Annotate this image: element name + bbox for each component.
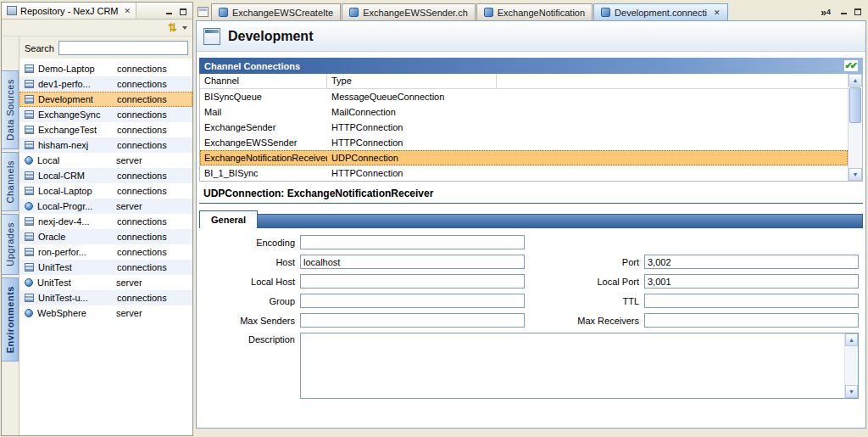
host-label: Host: [197, 257, 300, 267]
scroll-down-icon[interactable]: ▼: [849, 168, 862, 181]
repo-item-name: UnitTest: [37, 277, 112, 288]
repo-item[interactable]: Local-CRMconnections: [19, 168, 192, 183]
max-receivers-field[interactable]: [644, 313, 859, 328]
repo-item-type: connections: [117, 94, 167, 104]
repo-item[interactable]: ron-perfor...connections: [19, 244, 192, 260]
max-senders-field[interactable]: [300, 313, 525, 328]
side-tab-data-sources[interactable]: Data Sources: [2, 70, 19, 149]
repo-item-type: server: [116, 277, 142, 288]
port-field[interactable]: [644, 255, 859, 269]
repo-item[interactable]: Localserver: [19, 153, 192, 168]
editor-tab-exchangeewssender-ch[interactable]: ExchangeEWSSender.ch: [342, 3, 476, 20]
view-menu-icon[interactable]: [182, 26, 187, 30]
table-row[interactable]: MailMailConnection: [200, 104, 848, 120]
connections-icon: [25, 110, 34, 119]
repo-item-type: connections: [117, 216, 167, 227]
scroll-up-icon[interactable]: ▲: [845, 333, 858, 346]
maximize-button[interactable]: [177, 5, 189, 16]
repo-item-type: connections: [117, 79, 167, 89]
repo-item-type: connections: [117, 293, 167, 303]
repository-view-tab[interactable]: Repository - NexJ CRM ✕: [2, 3, 136, 19]
repo-item[interactable]: Oracleconnections: [19, 229, 192, 244]
repo-item[interactable]: ExchangeTestconnections: [19, 122, 192, 137]
close-icon[interactable]: ✕: [714, 8, 721, 17]
repo-item-name: Local-CRM: [38, 171, 113, 181]
description-scrollbar[interactable]: ▲ ▼: [844, 333, 858, 398]
encoding-field[interactable]: [300, 235, 525, 249]
table-scrollbar[interactable]: ▲ ▼: [848, 74, 862, 181]
group-field[interactable]: [300, 294, 525, 308]
column-header-channel[interactable]: Channel: [200, 74, 327, 88]
minimize-icon: [841, 13, 847, 14]
repo-item[interactable]: WebSphereserver: [19, 305, 192, 321]
repo-item[interactable]: UnitTest-u...connections: [19, 290, 192, 305]
maximize-button[interactable]: [852, 5, 864, 16]
description-label: Description: [197, 333, 300, 345]
scroll-up-icon[interactable]: ▲: [849, 74, 862, 87]
repo-item[interactable]: nexj-dev-4...connections: [19, 214, 192, 229]
minimize-button[interactable]: [837, 5, 849, 16]
connections-icon: [25, 126, 34, 134]
server-icon: [25, 278, 33, 287]
repo-item[interactable]: hisham-nexjconnections: [19, 137, 192, 153]
max-receivers-label: Max Receivers: [542, 316, 644, 326]
editor-tab-exchangenotification[interactable]: ExchangeNotification: [476, 3, 593, 20]
repo-item-type: server: [116, 201, 142, 211]
side-tab-label: Data Sources: [5, 79, 15, 141]
repository-view-toolbar: ⇅: [2, 20, 192, 36]
description-field[interactable]: ▲ ▼: [300, 333, 859, 399]
chevron-right-icon: »: [821, 8, 826, 17]
connections-icon: [25, 217, 34, 226]
side-tab-upgrades[interactable]: Upgrades: [2, 214, 19, 275]
editor-area-icon[interactable]: [198, 7, 209, 17]
repo-item[interactable]: Local-Laptopconnections: [19, 183, 192, 199]
scrollbar-thumb[interactable]: [849, 87, 861, 123]
repo-item[interactable]: dev1-perfo...connections: [19, 76, 192, 92]
column-header-type[interactable]: Type: [327, 74, 497, 88]
maximize-icon: [180, 8, 186, 15]
side-tab-environments[interactable]: Environments: [2, 277, 19, 361]
repo-item-type: connections: [117, 262, 167, 272]
tab-band: [258, 214, 863, 228]
ttl-field[interactable]: [644, 294, 859, 308]
connections-icon: [25, 95, 34, 104]
local-host-field[interactable]: [300, 274, 525, 289]
port-label: Port: [542, 257, 644, 267]
side-tab-label: Environments: [5, 286, 15, 353]
local-port-field[interactable]: [644, 274, 859, 289]
minimize-icon: [166, 13, 172, 14]
table-row[interactable]: ExchangeSenderHTTPConnection: [200, 120, 848, 135]
repo-item[interactable]: UnitTestserver: [19, 275, 192, 290]
editor-tab-development-connecti[interactable]: Development.connecti✕: [593, 3, 727, 20]
local-host-label: Local Host: [197, 277, 300, 287]
editor-tab-exchangeewscreateite[interactable]: ExchangeEWSCreateIte: [211, 3, 341, 20]
tab-general[interactable]: General: [199, 210, 258, 228]
table-row[interactable]: ExchangeNotificationReceiverUDPConnectio…: [200, 150, 848, 165]
side-tab-channels[interactable]: Channels: [2, 152, 19, 211]
synchronize-icon[interactable]: ⇅: [168, 22, 177, 33]
table-row[interactable]: ExchangeEWSSenderHTTPConnection: [200, 135, 848, 150]
channel-cell: BI_1_BISync: [200, 168, 327, 178]
more-tabs-button[interactable]: » 4: [821, 8, 831, 20]
repo-item-type: server: [116, 155, 142, 165]
repo-item[interactable]: UnitTestconnections: [19, 260, 192, 275]
type-cell: HTTPConnection: [327, 137, 497, 148]
minimize-button[interactable]: [163, 5, 175, 16]
repository-view-titlebar: Repository - NexJ CRM ✕: [2, 3, 192, 20]
repo-item[interactable]: ExchangeSyncconnections: [19, 107, 192, 122]
scrollbar-track[interactable]: [849, 87, 862, 168]
table-row[interactable]: BISyncQueueMessageQueueConnection: [200, 89, 848, 104]
validate-check-icon[interactable]: ✔✔: [844, 60, 858, 71]
repo-item[interactable]: Local-Progr...server: [19, 199, 192, 214]
repo-item-name: ExchangeTest: [38, 125, 113, 135]
detail-tab-row: General: [199, 208, 863, 228]
repo-item-name: Oracle: [38, 232, 113, 242]
host-field[interactable]: [300, 255, 525, 269]
repo-item[interactable]: Developmentconnections: [19, 92, 192, 107]
close-icon[interactable]: ✕: [125, 7, 131, 15]
scroll-down-icon[interactable]: ▼: [845, 385, 858, 398]
repo-item[interactable]: Demo-Laptopconnections: [19, 61, 192, 76]
search-input[interactable]: [58, 41, 188, 55]
ttl-label: TTL: [542, 296, 644, 306]
table-row[interactable]: BI_1_BISyncHTTPConnection: [200, 165, 848, 181]
